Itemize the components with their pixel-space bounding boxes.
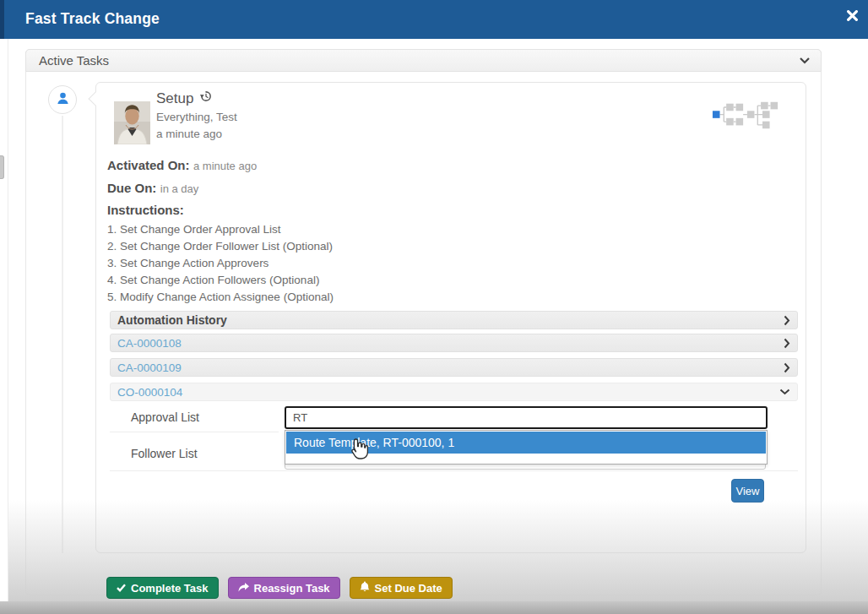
approval-suggestions-dropdown: Route Template, RT-000100, 1 [285,430,768,465]
workflow-diagram-icon[interactable] [712,101,779,133]
set-due-date-label: Set Due Date [375,582,442,595]
chevron-right-icon [784,315,790,326]
modal-header-edge [0,0,4,39]
record-link[interactable]: CA-0000109 [117,361,182,374]
activated-on-label: Activated On: [107,158,190,172]
instructions-heading: Instructions: [107,203,184,218]
reassign-arrow-icon [238,582,249,595]
task-assignee: Everything, Test [156,111,237,123]
approval-list-input[interactable] [285,406,768,429]
set-due-date-button[interactable]: Set Due Date [350,577,453,599]
section-divider [110,470,798,471]
reassign-task-label: Reassign Task [254,582,330,595]
instruction-item: 3. Set Change Action Approvers [107,255,334,272]
timeline-avatar [48,85,77,114]
chevron-down-icon [779,389,790,395]
complete-task-button[interactable]: Complete Task [106,577,219,599]
modal-title: Fast Track Change [25,10,160,28]
page-left-divider [8,39,8,601]
instruction-item: 5. Modify Change Action Assignee (Option… [107,289,334,306]
due-on-label: Due On: [107,181,156,195]
record-row[interactable]: CA-0000109 [110,358,798,377]
timeline-line [62,116,63,553]
record-link[interactable]: CA-0000108 [117,337,182,350]
chevron-down-icon [799,57,811,64]
page-scroll-thumb [0,155,4,179]
instructions-list: 1. Set Change Order Approval List 2. Set… [107,221,334,306]
instruction-item: 1. Set Change Order Approval List [107,221,334,238]
due-on-row: Due On: in a day [107,181,198,196]
view-button[interactable]: View [731,479,764,503]
complete-task-label: Complete Task [131,582,209,595]
activated-on-row: Activated On: a minute ago [107,158,257,173]
record-row[interactable]: CA-0000108 [110,334,798,352]
modal-header: Fast Track Change [0,0,868,39]
view-button-label: View [736,485,760,497]
form-row-divider [110,432,279,432]
check-icon [117,582,126,595]
record-row-expanded[interactable]: CO-0000104 [110,383,798,401]
active-tasks-title: Active Tasks [39,53,109,68]
due-on-value: in a day [160,182,199,195]
reassign-task-button[interactable]: Reassign Task [228,577,340,599]
instruction-item: 2. Set Change Order Follower List (Optio… [107,238,334,255]
follower-list-label: Follower List [131,447,198,460]
automation-history-label: Automation History [117,313,227,327]
automation-history-row[interactable]: Automation History [110,311,798,329]
task-name: Setup [156,90,193,107]
horizontal-scrollbar[interactable] [0,601,868,614]
activated-on-value: a minute ago [193,160,257,172]
instruction-item: 4. Set Change Action Followers (Optional… [107,272,334,289]
fast-track-change-modal: Fast Track Change Active Tasks [0,0,868,614]
record-link[interactable]: CO-0000104 [117,386,182,399]
task-created-ago: a minute ago [156,128,222,140]
chevron-right-icon [784,338,790,349]
task-title-row: Setup [156,90,213,107]
active-tasks-header[interactable]: Active Tasks [25,49,822,72]
task-action-buttons: Complete Task Reassign Task Set Due Date [106,577,453,599]
chevron-right-icon [784,362,790,373]
approval-list-label: Approval List [131,410,199,424]
close-button[interactable] [843,8,861,26]
assignee-photo [114,101,150,144]
user-icon [56,91,70,109]
close-icon [847,9,858,24]
instructions-label: Instructions: [107,203,184,217]
bell-icon [360,581,370,595]
history-icon[interactable] [199,90,213,107]
dropdown-item-highlighted[interactable]: Route Template, RT-000100, 1 [286,432,766,454]
